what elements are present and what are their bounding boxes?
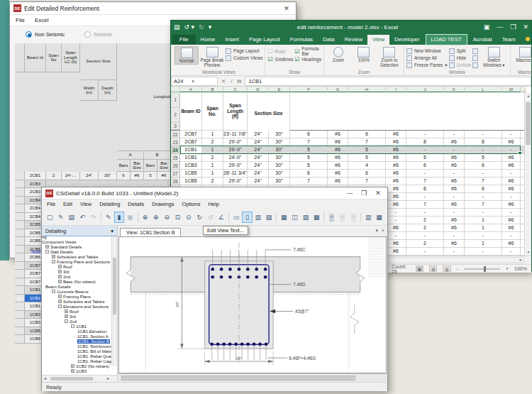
expand-icon[interactable]: + [58,270,62,273]
cell[interactable]: - [406,232,444,240]
tree-item-component-views[interactable]: Component Views [42,239,117,244]
cell[interactable]: 5 [290,146,328,154]
cell[interactable]: #6 [328,170,348,177]
collapse-icon[interactable]: - [71,324,74,328]
insert-function-icon[interactable]: fx [238,78,242,84]
cancel-icon[interactable]: ✕ [221,78,226,84]
cell[interactable]: 7 [406,201,444,209]
cell[interactable]: - [465,209,502,217]
cell[interactable]: #6 [502,240,521,248]
page-layout-view-icon[interactable]: ▤ [429,266,437,272]
column-header-B[interactable]: B [202,87,223,92]
save-icon[interactable]: ▤ [67,212,77,223]
cell[interactable]: - [444,131,465,138]
cell[interactable]: 5 [348,154,386,162]
refresh-icon[interactable]: ↺ [205,212,215,223]
cell[interactable]: #6 [386,138,406,146]
menu-item-help[interactable]: Help [208,201,218,207]
column-header-E[interactable]: E [269,87,290,92]
column-header-A[interactable]: A [180,87,202,92]
expand-icon[interactable]: + [52,255,55,258]
cell[interactable]: 6 [348,170,386,177]
cell[interactable]: - [465,146,502,154]
column-header-M[interactable]: M [502,87,521,92]
cell[interactable]: - [502,131,521,138]
cell[interactable]: - [386,232,406,240]
row-header-26[interactable]: 26 [171,162,180,170]
menu-item-excel[interactable]: Excel [35,17,49,23]
view-side-by-side-button[interactable] [472,48,478,54]
tree-item-1cb3[interactable]: +1CB3 [42,368,117,373]
split-button[interactable]: Split [449,48,472,54]
zoom-window-icon[interactable]: ⊡ [172,212,182,223]
row-header-28[interactable]: 28 [171,177,180,185]
view-section-icon[interactable]: ◫ [289,212,299,223]
expand-icon[interactable]: + [71,369,74,373]
report-icon[interactable]: ▒ [338,212,348,223]
draw-icon[interactable]: ✎ [104,212,113,223]
custom-views-button[interactable]: Custom Views [226,55,262,61]
cell[interactable]: - [465,248,502,256]
expand-icon[interactable]: + [58,295,62,298]
cell[interactable]: #6 [502,138,521,146]
cell[interactable]: 29'-0" [223,177,248,185]
cell[interactable]: - [386,209,406,217]
zoom-in-icon[interactable]: + [506,266,509,271]
minimize-icon[interactable]: — [344,190,355,197]
new-icon[interactable]: ▢ [45,212,55,223]
row-header-24[interactable]: 24 [171,146,180,154]
tree-item-3rd[interactable]: +3rd [42,314,117,319]
cell[interactable]: #6 [444,162,465,170]
cell[interactable]: 2 [406,217,444,224]
tree-vertical-scrollbar[interactable] [111,236,117,366]
panel-selector-dropdown[interactable]: Detailing▾ [42,226,117,236]
column-header-D[interactable]: D [248,87,269,92]
collapse-icon[interactable]: - [52,290,55,293]
cell[interactable]: 28'-11 3/4" [223,170,248,177]
view-tab[interactable]: View: 1CB1:Section B [120,228,181,236]
span-length-header[interactable]: Span Length (ft) [223,92,248,131]
cell[interactable]: 1 [202,131,223,138]
maximize-icon[interactable]: ❒ [510,23,516,31]
cell[interactable]: 6 [465,162,502,170]
scrollbar-thumb[interactable] [526,102,531,145]
unhide-button[interactable]: Unhide [449,62,472,68]
expand-icon[interactable]: + [65,314,68,318]
cell[interactable]: 2 [202,154,223,162]
column-header-C[interactable]: C [223,87,248,92]
cell[interactable]: 7 [290,138,328,146]
cell[interactable]: - [406,131,444,138]
cell[interactable]: #6 [328,162,348,170]
zoom-in-icon[interactable]: ⊕ [151,212,161,223]
cell[interactable]: 6 [406,185,444,193]
column-header-corner[interactable] [171,87,180,92]
tree-item-1cb1-elevation[interactable]: 1CB1:Elevation [42,329,117,334]
dropdown-arrow-icon[interactable]: ▾ [192,78,194,84]
ribbon-tab-page-layout[interactable]: Page Layout [244,35,285,45]
close-icon[interactable]: ✕ [281,5,292,12]
row-header-3[interactable]: 3 [171,123,180,130]
cell[interactable]: 30" [269,154,290,162]
cell[interactable]: 8 [406,138,444,146]
tree-item-1cb1-rebar-cage[interactable]: 1CB1: Rebar Cage [42,359,117,363]
cell[interactable]: 7 [348,138,386,146]
cell[interactable]: - [406,209,444,217]
page-layout-button[interactable]: Page Layout [226,48,262,54]
cell[interactable]: #6 [502,217,521,224]
expand-icon[interactable]: + [58,280,62,283]
undo-icon[interactable]: ↺ ▾ [184,23,195,31]
page-break-view-icon[interactable]: ▥ [443,266,450,272]
cell[interactable]: 1CB5 [180,177,202,185]
cell[interactable]: 2CB7 [180,138,202,146]
cell[interactable]: 24" [248,138,269,146]
cell[interactable]: 2CB7 [180,131,202,138]
cell[interactable]: - [502,193,521,201]
cell[interactable]: #6 [386,193,406,201]
collapse-icon[interactable]: - [52,260,55,263]
tree-item-roof[interactable]: +Roof [42,309,117,314]
reset-window-position-button[interactable] [472,62,478,68]
cell[interactable]: - [502,248,521,256]
vertical-scrollbar[interactable]: ▲▼ [524,92,531,256]
cell[interactable]: 1 [465,224,502,232]
menu-item-options[interactable]: Options [182,201,201,207]
